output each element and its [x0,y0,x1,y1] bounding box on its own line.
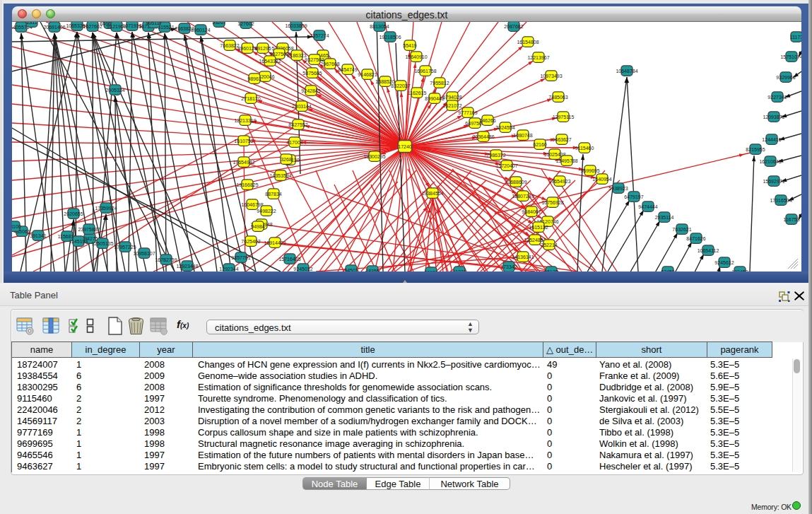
svg-text:20364486: 20364486 [472,134,494,139]
svg-text:12213967: 12213967 [527,55,549,60]
svg-text:17016504: 17016504 [770,198,792,203]
svg-text:9498222: 9498222 [257,209,276,214]
svg-text:96120: 96120 [544,269,558,272]
svg-text:16961758: 16961758 [414,69,436,74]
svg-text:9245612: 9245612 [714,260,734,265]
svg-text:2935114: 2935114 [655,215,674,220]
svg-text:7955812: 7955812 [430,81,449,86]
svg-text:173342: 173342 [500,264,517,269]
svg-text:1621072: 1621072 [442,103,461,108]
svg-text:13524851: 13524851 [524,238,546,243]
svg-text:19654923: 19654923 [548,179,570,184]
svg-text:15751074: 15751074 [780,54,801,59]
svg-text:8322037: 8322037 [391,83,410,88]
svg-text:9777169: 9777169 [458,110,477,115]
svg-text:1162615: 1162615 [408,90,427,95]
svg-text:16033809: 16033809 [285,23,307,28]
svg-text:7485063: 7485063 [548,95,567,100]
svg-text:2311: 2311 [26,22,37,25]
svg-text:16782759: 16782759 [155,257,177,262]
svg-text:3268: 3268 [281,157,292,162]
svg-text:16210643: 16210643 [759,159,781,164]
svg-text:7357274: 7357274 [310,33,329,38]
svg-text:746266: 746266 [479,118,495,123]
svg-text:8215955: 8215955 [746,147,765,152]
svg-text:8990448: 8990448 [425,96,444,101]
svg-text:9699695: 9699695 [580,168,599,173]
svg-text:14136141: 14136141 [512,255,534,259]
svg-text:10958107: 10958107 [133,251,155,256]
svg-text:2087682: 2087682 [504,24,523,29]
svg-text:5938923: 5938923 [608,186,628,191]
svg-text:8471626: 8471626 [686,236,705,241]
svg-text:16154808: 16154808 [517,40,539,45]
svg-text:10973493: 10973493 [540,74,562,78]
svg-text:19166825: 19166825 [236,182,258,187]
svg-text:116753: 116753 [784,217,800,222]
svg-text:18807249: 18807249 [512,194,534,199]
svg-text:1145194: 1145194 [69,239,88,244]
svg-text:41221: 41221 [452,269,466,272]
svg-text:905117: 905117 [146,22,163,25]
svg-text:1640954: 1640954 [592,177,611,182]
svg-text:9115460: 9115460 [575,146,594,151]
svg-text:19654942: 19654942 [233,160,254,165]
svg-text:9242845: 9242845 [301,88,320,93]
svg-text:12975115: 12975115 [553,115,575,119]
svg-text:19218506: 19218506 [379,35,401,40]
svg-text:83100: 83100 [12,224,21,229]
svg-text:5875685: 5875685 [302,71,322,76]
svg-text:98961: 98961 [247,76,261,81]
svg-text:8454749: 8454749 [338,67,357,72]
svg-text:11173: 11173 [790,35,801,40]
svg-text:3024554: 3024554 [495,125,514,130]
svg-text:12923448: 12923448 [176,264,198,269]
svg-text:6479197: 6479197 [624,194,643,199]
svg-text:2718170: 2718170 [241,96,260,101]
svg-text:10688609: 10688609 [505,180,526,185]
svg-text:10648784: 10648784 [616,69,637,74]
svg-text:9329966: 9329966 [776,75,795,80]
svg-text:12505135: 12505135 [91,241,113,246]
svg-text:2967608: 2967608 [320,62,339,66]
svg-text:7663822: 7663822 [220,43,239,48]
svg-text:17359924: 17359924 [95,206,117,211]
svg-text:19384554: 19384554 [421,191,443,196]
svg-text:62160: 62160 [533,142,547,147]
svg-text:8427552: 8427552 [288,122,307,127]
svg-text:1080748: 1080748 [513,133,532,138]
svg-text:1292344: 1292344 [219,267,238,271]
svg-text:94984: 94984 [251,224,265,229]
svg-text:2020655: 2020655 [64,211,83,216]
svg-text:2803144: 2803144 [292,104,311,109]
svg-text:1244415: 1244415 [762,137,781,142]
svg-text:192450: 192450 [731,269,748,272]
svg-text:16046798: 16046798 [241,202,263,207]
svg-text:7986372: 7986372 [486,153,505,158]
svg-text:18300295: 18300295 [363,154,385,159]
svg-text:15692971: 15692971 [763,179,784,184]
svg-text:7632621: 7632621 [672,227,691,232]
svg-text:7625402: 7625402 [241,239,260,244]
svg-text:9857791: 9857791 [231,255,250,260]
svg-text:417004: 417004 [286,140,302,145]
svg-text:18640910: 18640910 [405,54,427,59]
svg-text:52450: 52450 [661,269,675,272]
svg-text:16543382: 16543382 [259,59,281,64]
svg-text:16914479: 16914479 [264,240,286,245]
svg-text:12093872: 12093872 [763,115,784,119]
svg-text:9474444: 9474444 [638,204,657,209]
svg-text:94501: 94501 [344,268,358,272]
svg-text:15716485: 15716485 [278,257,300,262]
svg-text:23975887: 23975887 [78,227,100,232]
svg-text:20931: 20931 [424,270,438,272]
svg-text:252214: 252214 [541,243,557,247]
svg-text:10654112: 10654112 [698,248,719,253]
svg-text:891295: 891295 [254,46,271,51]
svg-text:10756928: 10756928 [541,200,563,205]
svg-text:391341: 391341 [30,233,46,238]
svg-text:55419: 55419 [403,43,417,48]
svg-text:17240: 17240 [398,144,412,149]
svg-text:53267: 53267 [212,22,226,25]
svg-text:17957225: 17957225 [114,245,136,250]
